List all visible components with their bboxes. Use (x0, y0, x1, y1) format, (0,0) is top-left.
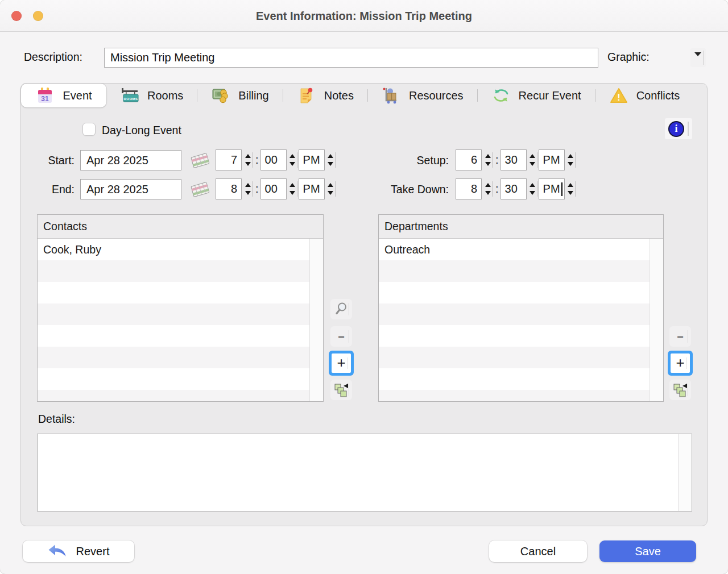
description-input[interactable] (104, 48, 598, 68)
add-contact-button[interactable]: + (332, 353, 351, 373)
take-down-hour-stepper[interactable] (482, 178, 494, 199)
take-down-ampm-field[interactable]: PM (539, 178, 565, 199)
empty-row (38, 390, 323, 401)
contacts-header: Contacts (38, 215, 323, 239)
empty-row (38, 325, 323, 347)
take-down-minute-stepper[interactable] (527, 178, 539, 199)
contacts-scrollbar[interactable] (309, 239, 323, 401)
handtruck-icon (382, 87, 401, 104)
end-minute-field[interactable]: 00 (260, 178, 287, 199)
end-minute-stepper[interactable] (287, 178, 299, 199)
setup-ampm-field[interactable]: PM (539, 149, 565, 170)
save-button-label: Save (635, 545, 661, 558)
tab-event[interactable]: 31 Event (21, 84, 106, 107)
revert-button-label: Revert (76, 545, 110, 558)
start-hour-field[interactable]: 7 (216, 149, 242, 170)
calendar-icon: 31 (35, 87, 55, 104)
tab-recur-event[interactable]: Recur Event (478, 84, 595, 107)
departments-header: Departments (379, 215, 663, 239)
departments-list: Outreach (379, 239, 663, 401)
tab-label: Event (63, 89, 92, 102)
end-hour-field[interactable]: 8 (216, 178, 242, 199)
tab-strip: 31 Event ROOMS Rooms (21, 84, 707, 107)
setup-label: Setup: (362, 154, 449, 167)
stacked-squares-icon (334, 382, 349, 398)
start-ampm-stepper[interactable] (325, 149, 337, 170)
cancel-button[interactable]: Cancel (489, 540, 587, 562)
take-down-hour-field[interactable]: 8 (456, 178, 482, 199)
start-label: Start: (27, 154, 75, 167)
tab-label: Billing (238, 89, 268, 102)
details-scrollbar[interactable] (678, 434, 692, 511)
add-department-button[interactable]: + (671, 353, 690, 373)
revert-button[interactable]: Revert (23, 540, 134, 562)
info-button[interactable]: i (665, 118, 692, 139)
end-ampm-field[interactable]: PM (299, 178, 325, 199)
save-button[interactable]: Save (599, 540, 696, 562)
warning-icon: ! (609, 87, 628, 104)
end-ampm-stepper[interactable] (325, 178, 337, 199)
details-container (37, 434, 692, 511)
setup-ampm-stepper[interactable] (565, 149, 577, 170)
remove-department-button[interactable]: – (669, 326, 691, 347)
take-down-minute-field[interactable]: 30 (500, 178, 527, 199)
end-date-input[interactable]: Apr 28 2025 (80, 179, 181, 199)
contacts-panel: Contacts Cook, Ruby (37, 214, 324, 402)
stacked-squares-icon (673, 382, 688, 398)
tab-resources[interactable]: Resources (368, 84, 477, 107)
money-icon (211, 87, 230, 104)
start-minute-stepper[interactable] (287, 149, 299, 170)
setup-hour-stepper[interactable] (482, 149, 494, 170)
empty-row (379, 368, 663, 390)
start-minute-field[interactable]: 00 (260, 149, 287, 170)
contact-list-item[interactable]: Cook, Ruby (38, 239, 323, 260)
setup-hour-field[interactable]: 6 (456, 149, 482, 170)
minus-icon: – (338, 330, 344, 342)
tab-label: Recur Event (519, 89, 581, 102)
start-hour-stepper[interactable] (242, 149, 254, 170)
empty-row (38, 368, 323, 390)
tab-billing[interactable]: Billing (197, 84, 282, 107)
graphic-dropdown-button[interactable] (690, 48, 706, 67)
contacts-list: Cook, Ruby (38, 239, 323, 401)
setup-minute-field[interactable]: 30 (500, 149, 527, 170)
svg-text:!: ! (617, 93, 620, 102)
minus-icon: – (677, 330, 683, 342)
take-down-ampm-stepper[interactable] (565, 178, 577, 199)
setup-minute-stepper[interactable] (527, 149, 539, 170)
tab-notes[interactable]: Notes (283, 84, 367, 107)
empty-row (38, 347, 323, 368)
plus-icon: + (337, 355, 345, 370)
day-long-event-checkbox[interactable] (82, 123, 96, 136)
department-list-item[interactable]: Outreach (379, 239, 663, 260)
tab-label: Notes (324, 89, 354, 102)
search-contacts-button[interactable] (330, 299, 352, 319)
remove-contact-button[interactable]: – (330, 326, 352, 347)
title-bar: Event Information: Mission Trip Meeting (0, 0, 728, 32)
tab-conflicts[interactable]: ! Conflicts (595, 84, 694, 107)
svg-text:ROOMS: ROOMS (123, 97, 138, 101)
end-label: End: (27, 183, 75, 196)
take-down-label: Take Down: (362, 183, 449, 196)
undo-arrow-icon (48, 544, 67, 559)
magnifier-icon (334, 302, 348, 317)
details-textarea[interactable] (38, 434, 677, 511)
end-hour-stepper[interactable] (242, 178, 254, 199)
empty-row (38, 303, 323, 325)
graphic-label: Graphic: (607, 51, 650, 64)
event-tab-panel: 31 Event ROOMS Rooms (20, 83, 708, 526)
start-calendar-picker-button[interactable] (188, 151, 212, 170)
recur-arrows-icon (491, 87, 511, 104)
empty-row (379, 347, 663, 368)
assign-multiple-departments-button[interactable] (669, 380, 691, 400)
mini-calendar-icon (188, 151, 212, 170)
start-ampm-field[interactable]: PM (299, 149, 325, 170)
departments-scrollbar[interactable] (650, 239, 663, 401)
empty-row (379, 282, 663, 303)
assign-multiple-contacts-button[interactable] (330, 380, 352, 400)
start-date-input[interactable]: Apr 28 2025 (80, 150, 181, 170)
tab-label: Conflicts (636, 89, 680, 102)
end-calendar-picker-button[interactable] (188, 180, 212, 199)
tab-rooms[interactable]: ROOMS Rooms (106, 84, 197, 107)
empty-row (379, 303, 663, 325)
